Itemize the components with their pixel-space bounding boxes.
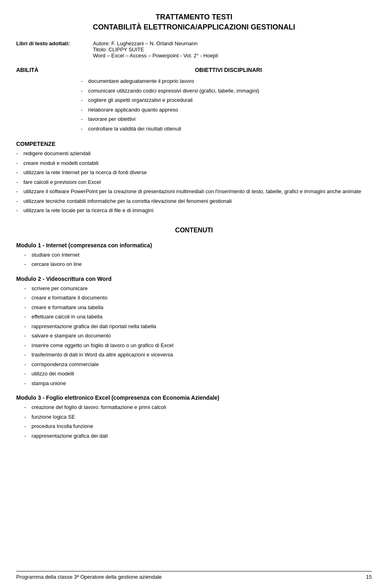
list-item: -utilizzare il software PowerPoint per l… — [16, 188, 372, 196]
list-item: -rielaborare applicando quanto appreso — [81, 106, 372, 114]
list-item-text: funzione logica SE — [32, 413, 75, 421]
list-item: -utilizzare tecniche contabili informati… — [16, 197, 372, 205]
list-item-text: salvare e stampare un documento — [32, 332, 111, 340]
list-dash: - — [24, 351, 29, 359]
list-item-text: utilizzare tecniche contabili informatic… — [23, 197, 232, 205]
list-item-text: utilizzare la rete locale per la ricerca… — [23, 207, 154, 215]
list-item-text: comunicare utilizzando codici espressivi… — [88, 87, 259, 95]
list-item-text: stampa unione — [32, 379, 66, 388]
list-dash: - — [16, 207, 21, 215]
list-dash: - — [81, 87, 86, 95]
page-footer: Programma della classe 3ª Operatore dell… — [16, 571, 372, 580]
list-item-text: cogliere gli aspetti organizzativi e pro… — [88, 96, 193, 104]
book-info-section: Libri di testo adottati: Autore: F. Lugh… — [16, 40, 372, 59]
list-dash: - — [24, 422, 29, 430]
list-dash: - — [16, 178, 21, 186]
list-item: -comunicare utilizzando codici espressiv… — [81, 87, 372, 95]
list-item: -cercare lavoro on line — [16, 260, 372, 268]
list-item-text: controllare la validità dei risultati ot… — [88, 125, 181, 133]
list-item-text: scrivere per comunicare — [32, 285, 88, 293]
modulo-2: Modulo 2 - Videoscrittura con Word-scriv… — [16, 276, 372, 388]
list-item: -trasferimento di dati in Word da altre … — [16, 351, 372, 359]
list-item-text: rielaborare applicando quanto appreso — [88, 106, 178, 114]
list-dash: - — [16, 188, 21, 196]
list-item-text: inserire come oggetto un foglio di lavor… — [32, 341, 173, 350]
modulo-title-1: Modulo 1 - Internet (compresenza con inf… — [16, 242, 372, 249]
list-dash: - — [24, 251, 29, 259]
list-item: -creare moduli e modelli contabili — [16, 159, 372, 167]
list-item: -rappresentazione grafica dei dati — [16, 432, 372, 440]
moduli-list: Modulo 1 - Internet (compresenza con inf… — [16, 242, 372, 440]
abilita-list: -documentare adeguatamente il proprio la… — [81, 77, 372, 134]
list-dash: - — [24, 294, 29, 302]
list-dash: - — [24, 341, 29, 350]
list-dash: - — [24, 303, 29, 312]
list-dash: - — [24, 332, 29, 340]
list-item-text: redigere documenti aziendali — [23, 150, 91, 158]
list-item: -creazione del foglio di lavoro: formatt… — [16, 403, 372, 411]
obiettivi-header: ABILITÀ OBIETTIVI DISCIPLINARI — [16, 67, 372, 73]
subtitle-line: Word – Excel – Access – Powerpoint - Vol… — [93, 53, 218, 59]
list-dash: - — [16, 150, 21, 158]
list-dash: - — [24, 260, 29, 268]
list-dash: - — [16, 169, 21, 177]
list-item: -rappresentazione grafica dei dati ripor… — [16, 322, 372, 331]
footer-page-number: 15 — [366, 574, 372, 580]
list-item-text: utilizzo dei modelli — [32, 370, 74, 378]
list-dash: - — [24, 322, 29, 331]
list-dash: - — [81, 106, 86, 114]
list-item-text: lavorare per obiettivi — [88, 115, 135, 123]
list-item: -utilizzare la rete locale per la ricerc… — [16, 207, 372, 215]
list-item: -creare e formattare il documento — [16, 294, 372, 302]
list-item: -inserire come oggetto un foglio di lavo… — [16, 341, 372, 350]
list-item-text: utilizzare la rete Internet per la ricer… — [23, 169, 147, 177]
list-item: -lavorare per obiettivi — [81, 115, 372, 123]
obiettivi-title: OBIETTIVI DISCIPLINARI — [85, 67, 372, 73]
list-item: -funzione logica SE — [16, 413, 372, 421]
author-line: Autore: F. Lughezzani – N. Orlandi Neuma… — [93, 40, 218, 46]
modulo-title-3: Modulo 3 - Foglio elettronico Excel (com… — [16, 394, 372, 401]
contenuti-title: CONTENUTI — [16, 227, 372, 234]
list-item: -creare e formattare una tabella — [16, 303, 372, 312]
modulo-1: Modulo 1 - Internet (compresenza con inf… — [16, 242, 372, 268]
list-item-text: rappresentazione grafica dei dati — [32, 432, 108, 440]
abilita-section: -documentare adeguatamente il proprio la… — [16, 77, 372, 134]
list-item: -studiare con Internet — [16, 251, 372, 259]
list-item-text: documentare adeguatamente il proprio lav… — [88, 77, 194, 85]
modulo-title-2: Modulo 2 - Videoscrittura con Word — [16, 276, 372, 282]
list-item: -redigere documenti aziendali — [16, 150, 372, 158]
list-dash: - — [24, 403, 29, 411]
list-dash: - — [81, 115, 86, 123]
contenuti-section: CONTENUTI Modulo 1 - Internet (compresen… — [16, 227, 372, 440]
list-item: -utilizzare la rete Internet per la rice… — [16, 169, 372, 177]
competenze-list: -redigere documenti aziendali-creare mod… — [16, 150, 372, 215]
list-item: -utilizzo dei modelli — [16, 370, 372, 378]
list-dash: - — [81, 77, 86, 85]
page-title: TRATTAMENTO TESTI CONTABILITÀ ELETTRONIC… — [16, 12, 372, 32]
footer-text: Programma della classe 3ª Operatore dell… — [16, 574, 162, 580]
list-item: -corrispondenza commerciale — [16, 360, 372, 369]
list-item: -fare calcoli e previsioni con Excel — [16, 178, 372, 186]
modulo-3: Modulo 3 - Foglio elettronico Excel (com… — [16, 394, 372, 440]
list-item: -controllare la validità dei risultati o… — [81, 125, 372, 133]
competenze-title: COMPETENZE — [16, 141, 372, 147]
list-item: -procedura Incolla funzione — [16, 422, 372, 430]
list-dash: - — [24, 432, 29, 440]
list-item: -cogliere gli aspetti organizzativi e pr… — [81, 96, 372, 104]
list-item-text: creare e formattare una tabella — [32, 303, 103, 312]
abilita-left-col — [16, 77, 81, 134]
title-line1: TRATTAMENTO TESTI — [156, 13, 232, 21]
list-dash: - — [24, 360, 29, 369]
book-info-content: Autore: F. Lughezzani – N. Orlandi Neuma… — [93, 40, 218, 59]
list-item: -salvare e stampare un documento — [16, 332, 372, 340]
list-item-text: procedura Incolla funzione — [32, 422, 93, 430]
list-dash: - — [16, 159, 21, 167]
list-dash: - — [24, 313, 29, 321]
list-item-text: rappresentazione grafica dei dati riport… — [32, 322, 156, 331]
list-item-text: creazione del foglio di lavoro: formatta… — [32, 403, 166, 411]
list-item: -documentare adeguatamente il proprio la… — [81, 77, 372, 85]
list-dash: - — [24, 285, 29, 293]
list-item-text: utilizzare il software PowerPoint per la… — [23, 188, 361, 196]
list-item-text: trasferimento di dati in Word da altre a… — [32, 351, 173, 359]
list-item-text: effettuare calcoli in una tabella — [32, 313, 102, 321]
